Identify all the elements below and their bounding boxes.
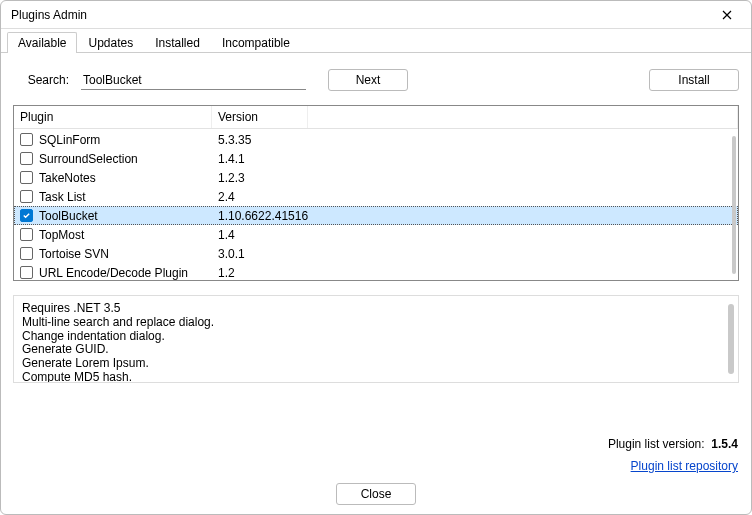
window-title: Plugins Admin xyxy=(11,8,87,22)
table-row[interactable]: TakeNotes1.2.3 xyxy=(14,168,738,187)
plugin-cell: Tortoise SVN xyxy=(14,247,212,261)
tabs: AvailableUpdatesInstalledIncompatible xyxy=(1,29,751,53)
table-row[interactable]: ToolBucket1.10.6622.41516 xyxy=(14,206,738,225)
plugin-cell: SQLinForm xyxy=(14,133,212,147)
tab-available[interactable]: Available xyxy=(7,32,77,53)
plugin-version: 1.2 xyxy=(212,266,308,280)
table-row[interactable]: TopMost1.4 xyxy=(14,225,738,244)
column-plugin[interactable]: Plugin xyxy=(14,106,212,128)
plugin-cell: SurroundSelection xyxy=(14,152,212,166)
checkbox[interactable] xyxy=(20,266,33,279)
checkbox[interactable] xyxy=(20,171,33,184)
plugin-cell: TopMost xyxy=(14,228,212,242)
description-line: Generate GUID. xyxy=(22,343,730,357)
plugin-cell: Task List xyxy=(14,190,212,204)
tab-updates[interactable]: Updates xyxy=(77,32,144,53)
checkbox[interactable] xyxy=(20,228,33,241)
search-row: Search: Next Install xyxy=(13,69,739,91)
close-button[interactable]: Close xyxy=(336,483,416,505)
plugin-list-repository-link[interactable]: Plugin list repository xyxy=(631,459,738,473)
plugin-version: 1.4.1 xyxy=(212,152,308,166)
plugin-name: Tortoise SVN xyxy=(39,247,109,261)
description-line: Compute MD5 hash. xyxy=(22,371,730,383)
plugin-version: 2.4 xyxy=(212,190,308,204)
table-row[interactable]: Task List2.4 xyxy=(14,187,738,206)
next-button[interactable]: Next xyxy=(328,69,408,91)
close-icon[interactable] xyxy=(711,1,743,28)
description-line: Multi-line search and replace dialog. xyxy=(22,316,730,330)
footer: Plugin list version: 1.5.4 Plugin list r… xyxy=(608,437,738,473)
install-button[interactable]: Install xyxy=(649,69,739,91)
plugin-name: SurroundSelection xyxy=(39,152,138,166)
description-scrollbar[interactable] xyxy=(728,304,734,374)
plugin-cell: TakeNotes xyxy=(14,171,212,185)
checkbox[interactable] xyxy=(20,247,33,260)
plugin-version: 1.2.3 xyxy=(212,171,308,185)
description-line: Change indentation dialog. xyxy=(22,330,730,344)
plugin-version: 5.3.35 xyxy=(212,133,308,147)
listview-scrollbar[interactable] xyxy=(732,136,736,274)
plugin-version: 1.10.6622.41516 xyxy=(212,209,308,223)
plugin-name: URL Encode/Decode Plugin xyxy=(39,266,188,280)
tab-installed[interactable]: Installed xyxy=(144,32,211,53)
plugin-name: ToolBucket xyxy=(39,209,98,223)
plugin-cell: ToolBucket xyxy=(14,209,212,223)
search-label: Search: xyxy=(13,73,73,87)
checkbox[interactable] xyxy=(20,133,33,146)
search-input[interactable] xyxy=(81,70,306,90)
table-row[interactable]: SQLinForm5.3.35 xyxy=(14,130,738,149)
content-area: Search: Next Install Plugin Version SQLi… xyxy=(1,53,751,391)
checkbox[interactable] xyxy=(20,190,33,203)
column-spacer xyxy=(308,106,738,128)
table-row[interactable]: URL Encode/Decode Plugin1.2 xyxy=(14,263,738,280)
description-text: Requires .NET 3.5Multi-line search and r… xyxy=(22,302,730,383)
description-box: Requires .NET 3.5Multi-line search and r… xyxy=(13,295,739,383)
plugin-name: TakeNotes xyxy=(39,171,96,185)
checkbox[interactable] xyxy=(20,152,33,165)
plugin-listview: Plugin Version SQLinForm5.3.35SurroundSe… xyxy=(13,105,739,281)
listview-header: Plugin Version xyxy=(14,106,738,129)
checkbox[interactable] xyxy=(20,209,33,222)
bottom-button-row: Close xyxy=(0,483,752,505)
description-line: Requires .NET 3.5 xyxy=(22,302,730,316)
plugin-name: Task List xyxy=(39,190,86,204)
table-row[interactable]: Tortoise SVN3.0.1 xyxy=(14,244,738,263)
plugin-name: TopMost xyxy=(39,228,84,242)
plugin-version: 1.4 xyxy=(212,228,308,242)
titlebar: Plugins Admin xyxy=(1,1,751,29)
description-line: Generate Lorem Ipsum. xyxy=(22,357,730,371)
listview-body: SQLinForm5.3.35SurroundSelection1.4.1Tak… xyxy=(14,130,738,280)
table-row[interactable]: SurroundSelection1.4.1 xyxy=(14,149,738,168)
column-version[interactable]: Version xyxy=(212,106,308,128)
plugin-version: 3.0.1 xyxy=(212,247,308,261)
plugin-list-version: Plugin list version: 1.5.4 xyxy=(608,437,738,451)
plugin-name: SQLinForm xyxy=(39,133,100,147)
plugin-cell: URL Encode/Decode Plugin xyxy=(14,266,212,280)
tab-incompatible[interactable]: Incompatible xyxy=(211,32,301,53)
